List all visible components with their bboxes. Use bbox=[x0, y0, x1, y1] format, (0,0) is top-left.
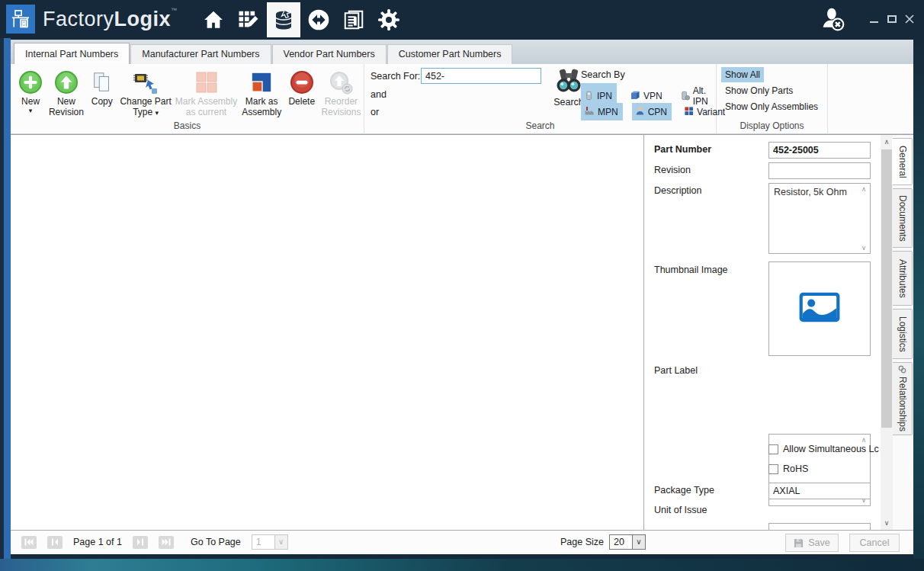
next-page-button[interactable] bbox=[133, 536, 148, 549]
home-icon[interactable] bbox=[197, 2, 230, 37]
alt-ipn-icon bbox=[680, 90, 690, 103]
minimize-button[interactable] bbox=[865, 9, 883, 29]
window-frame-bottom bbox=[0, 559, 924, 571]
close-button[interactable] bbox=[900, 9, 918, 29]
copy-icon bbox=[91, 69, 114, 96]
tab-vendor-part-numbers[interactable]: Vendor Part Numbers bbox=[272, 44, 387, 64]
copy-button[interactable]: Copy bbox=[87, 67, 117, 107]
scrollbar-down-icon[interactable]: ∨ bbox=[881, 517, 893, 529]
part-details-panel: Part Number Revision Description Resisto… bbox=[644, 135, 881, 530]
ipn-icon bbox=[584, 90, 594, 103]
binoculars-icon bbox=[555, 82, 582, 95]
cancel-button[interactable]: Cancel bbox=[849, 534, 900, 552]
first-page-button[interactable] bbox=[21, 536, 37, 549]
dropdown-caret-icon: ▾ bbox=[156, 109, 159, 117]
side-tab-general[interactable]: General bbox=[892, 138, 913, 185]
revision-input[interactable] bbox=[768, 162, 871, 179]
titlebar: FactoryLogix™ bbox=[0, 0, 924, 38]
new-revision-icon bbox=[54, 69, 79, 96]
mark-assembly-as-current-button[interactable]: Mark Assembly as current bbox=[174, 67, 238, 117]
rohs-checkbox[interactable] bbox=[768, 464, 778, 474]
package-type-label: Package Type bbox=[654, 485, 714, 496]
side-tab-documents[interactable]: Documents bbox=[893, 188, 913, 248]
maximize-button[interactable] bbox=[883, 9, 900, 29]
package-type-input[interactable] bbox=[768, 483, 871, 499]
next-field-partial bbox=[768, 523, 871, 530]
link-icon bbox=[898, 365, 906, 374]
show-only-assemblies-option[interactable]: Show Only Assemblies bbox=[721, 99, 822, 114]
save-disk-icon bbox=[794, 538, 804, 548]
app-logo-icon bbox=[6, 5, 35, 34]
vpn-icon bbox=[630, 90, 640, 103]
reports-icon[interactable] bbox=[337, 2, 371, 37]
search-for-label: Search For: bbox=[371, 71, 420, 82]
chevron-down-icon[interactable]: ∨ bbox=[632, 535, 645, 549]
ribbon-group-search: Search For: and or Search Search bbox=[364, 64, 717, 133]
last-page-button[interactable] bbox=[159, 536, 174, 549]
logout-user-icon[interactable] bbox=[818, 4, 849, 34]
window-frame-right bbox=[913, 38, 924, 571]
rohs-row: RoHS bbox=[768, 464, 881, 474]
tab-internal-part-numbers[interactable]: Internal Part Numbers bbox=[14, 43, 130, 64]
search-and-label: and bbox=[371, 89, 387, 100]
settings-gear-icon[interactable] bbox=[372, 2, 406, 37]
main-nav bbox=[196, 0, 406, 38]
group-label-search: Search bbox=[364, 120, 716, 131]
reorder-revisions-button[interactable]: Reorder Revisions bbox=[319, 67, 364, 117]
scrollbar-up-icon[interactable]: ∧ bbox=[881, 136, 893, 148]
description-label: Description bbox=[654, 185, 702, 196]
side-tab-relationships[interactable]: Relationships bbox=[893, 362, 913, 435]
page-size-label: Page Size bbox=[560, 537, 604, 547]
scrollbar-thumb[interactable] bbox=[881, 149, 892, 428]
allow-simultaneous-row: Allow Simultaneous Lc bbox=[768, 444, 881, 454]
part-number-label: Part Number bbox=[654, 144, 711, 155]
panel-scrollbar[interactable]: ∧ ∨ bbox=[881, 135, 893, 530]
part-number-tabstrip: Internal Part Numbers Manufacturer Part … bbox=[11, 40, 913, 64]
revision-label: Revision bbox=[654, 165, 691, 175]
content-area: Part Number Revision Description Resisto… bbox=[11, 134, 913, 530]
search-for-input[interactable] bbox=[421, 68, 541, 84]
mpn-icon bbox=[584, 105, 595, 118]
reorder-revisions-icon bbox=[329, 69, 353, 96]
pagination: Page 1 of 1 Go To Page 1 ∨ bbox=[21, 534, 288, 550]
new-revision-button[interactable]: New Revision bbox=[46, 67, 87, 117]
show-only-parts-option[interactable]: Show Only Parts bbox=[721, 83, 797, 98]
chevron-down-icon: ∨ bbox=[274, 535, 287, 549]
window-frame-left bbox=[0, 38, 11, 571]
toggle-mpn[interactable]: MPN bbox=[581, 103, 623, 120]
image-placeholder-icon bbox=[796, 289, 843, 329]
dropdown-caret-icon: ▾ bbox=[29, 107, 33, 114]
group-label-display-options: Display Options bbox=[717, 120, 827, 131]
change-part-type-button[interactable]: Change Part Type ▾ bbox=[117, 67, 175, 118]
toggle-cpn[interactable]: CPN bbox=[632, 103, 672, 120]
previous-page-button[interactable] bbox=[47, 536, 63, 549]
tab-manufacturer-part-numbers[interactable]: Manufacturer Part Numbers bbox=[130, 44, 271, 64]
app-title: FactoryLogix™ bbox=[43, 7, 178, 31]
mark-as-assembly-button[interactable]: Mark as Assembly bbox=[239, 67, 285, 117]
ribbon-group-basics: New ▾ New Revision Copy bbox=[11, 64, 364, 133]
show-all-option[interactable]: Show All bbox=[721, 67, 764, 82]
search-or-label: or bbox=[371, 107, 379, 117]
side-tab-logistics[interactable]: Logistics bbox=[893, 309, 913, 359]
tab-customer-part-numbers[interactable]: Customer Part Numbers bbox=[387, 44, 513, 64]
parts-library-icon[interactable] bbox=[267, 2, 300, 37]
scroll-up-icon[interactable]: ∧ bbox=[859, 185, 868, 193]
client-area: Internal Part Numbers Manufacturer Part … bbox=[11, 40, 913, 554]
go-to-page-select[interactable]: 1 ∨ bbox=[252, 534, 288, 550]
description-textarea[interactable]: Resistor, 5k Ohm ∧ ∨ bbox=[768, 183, 871, 254]
save-button[interactable]: Save bbox=[785, 534, 839, 552]
scroll-up-icon[interactable]: ∧ bbox=[859, 436, 868, 444]
page-size-select[interactable]: 20 ∨ bbox=[609, 534, 646, 550]
planning-grid-icon[interactable] bbox=[232, 2, 265, 37]
dispatch-icon[interactable] bbox=[302, 2, 335, 37]
side-tab-attributes[interactable]: Attributes bbox=[893, 251, 913, 306]
allow-simultaneous-checkbox[interactable] bbox=[768, 444, 778, 454]
page-status: Page 1 of 1 bbox=[73, 537, 122, 547]
allow-simultaneous-label: Allow Simultaneous Lc bbox=[783, 444, 879, 454]
parts-list-area[interactable] bbox=[11, 135, 644, 530]
delete-button[interactable]: Delete bbox=[285, 67, 319, 107]
thumbnail-image-box[interactable] bbox=[768, 261, 871, 356]
scroll-down-icon[interactable]: ∨ bbox=[859, 244, 868, 252]
part-number-input[interactable] bbox=[768, 142, 871, 159]
new-button[interactable]: New ▾ bbox=[15, 67, 46, 114]
